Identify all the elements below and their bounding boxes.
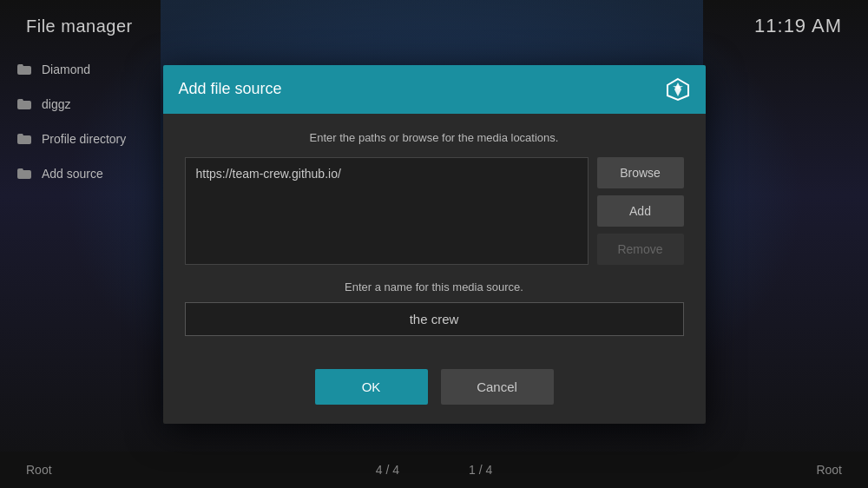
- cancel-button[interactable]: Cancel: [441, 369, 554, 405]
- path-row: https://team-crew.github.io/ Browse Add …: [185, 157, 684, 265]
- add-button[interactable]: Add: [597, 195, 684, 227]
- path-instruction: Enter the paths or browse for the media …: [185, 131, 684, 144]
- browse-button[interactable]: Browse: [597, 157, 684, 188]
- name-section: Enter a name for this media source.: [185, 280, 684, 336]
- path-entry: https://team-crew.github.io/: [196, 165, 577, 182]
- modal-overlay: Add file source Enter the paths or brows…: [0, 0, 868, 488]
- path-list-area[interactable]: https://team-crew.github.io/: [185, 157, 589, 265]
- path-buttons: Browse Add Remove: [597, 157, 684, 265]
- dialog-title: Add file source: [179, 80, 282, 98]
- add-file-source-dialog: Add file source Enter the paths or brows…: [163, 65, 706, 424]
- dialog-header: Add file source: [163, 65, 706, 114]
- ok-button[interactable]: OK: [315, 369, 428, 405]
- dialog-body: Enter the paths or browse for the media …: [163, 114, 706, 353]
- dialog-footer: OK Cancel: [163, 353, 706, 424]
- name-instruction: Enter a name for this media source.: [185, 280, 684, 293]
- kodi-logo-icon: [666, 77, 690, 102]
- remove-button[interactable]: Remove: [597, 234, 684, 265]
- media-source-name-input[interactable]: [185, 302, 684, 336]
